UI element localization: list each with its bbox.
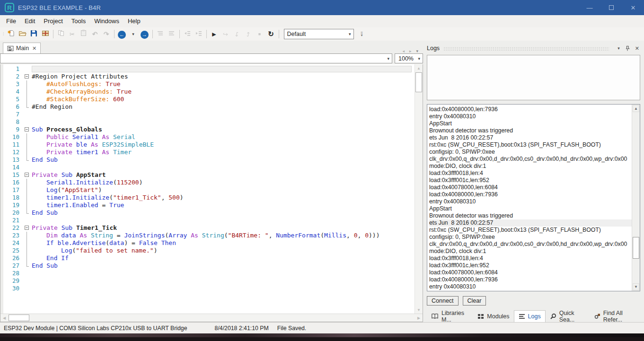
- close-button[interactable]: ✕: [622, 0, 644, 15]
- fold-collapse-icon[interactable]: −: [25, 127, 29, 131]
- uncomment-button[interactable]: [167, 29, 177, 39]
- menu-windows[interactable]: Windows: [90, 16, 124, 26]
- tab-scroll-right-icon[interactable]: ▸: [409, 49, 412, 53]
- indent-increase-button[interactable]: [194, 29, 204, 39]
- log-line[interactable]: clk_drv:0x00,q_drv:0x00,d_drv:0x00,cs0_d…: [429, 241, 632, 248]
- line-number: 11: [0, 141, 24, 149]
- pin-icon[interactable]: [625, 45, 630, 52]
- fold-collapse-icon[interactable]: −: [25, 226, 29, 230]
- log-line[interactable]: load:0x3fff001c,len:952: [429, 262, 632, 269]
- log-line[interactable]: AppStart: [429, 205, 632, 212]
- rebuild-button[interactable]: ↻: [266, 29, 276, 39]
- log-line[interactable]: AppStart: [429, 120, 632, 127]
- log-line[interactable]: load:0x40080000,len:7936: [429, 276, 632, 283]
- scroll-up-icon[interactable]: ▲: [415, 64, 423, 72]
- fold-collapse-icon[interactable]: −: [25, 74, 29, 79]
- stop-button[interactable]: ■: [255, 29, 265, 39]
- menu-project[interactable]: Project: [39, 16, 67, 26]
- log-line[interactable]: ets Jun 8 2016 00:22:57: [429, 219, 632, 227]
- step-out-button[interactable]: ↪: [243, 29, 254, 39]
- maximize-button[interactable]: [600, 0, 622, 15]
- indent-decrease-button[interactable]: [182, 29, 193, 39]
- log-line[interactable]: mode:DIO, clock div:1: [429, 248, 632, 255]
- step-over-button[interactable]: ↪: [221, 29, 231, 39]
- sub-navigation-select[interactable]: ▾: [0, 53, 392, 63]
- comment-button[interactable]: [155, 29, 166, 39]
- scrollbar-thumb[interactable]: [9, 315, 29, 321]
- minimize-button[interactable]: —: [579, 0, 600, 15]
- copy-button[interactable]: [56, 29, 66, 39]
- logs-vertical-scrollbar[interactable]: ▲ ▼: [632, 105, 640, 291]
- logs-list[interactable]: load:0x40080000,len:7936entry 0x40080310…: [427, 105, 632, 291]
- toolbar-overflow-button[interactable]: ≡▾: [358, 32, 366, 36]
- log-line[interactable]: mode:DIO, clock div:1: [429, 163, 632, 170]
- scroll-down-icon[interactable]: ▼: [415, 306, 423, 314]
- step-out-icon: ↪: [245, 32, 252, 37]
- logs-filter-box[interactable]: [427, 55, 640, 100]
- run-button[interactable]: ▶: [209, 29, 220, 39]
- navigate-back-history-dropdown[interactable]: ▾: [128, 29, 139, 39]
- redo-button[interactable]: ↷: [101, 29, 112, 39]
- tab-libraries-manager[interactable]: Libraries M...: [427, 310, 473, 322]
- tab-close-icon[interactable]: ✕: [32, 45, 36, 52]
- log-line[interactable]: load:0x3fff001c,len:952: [429, 177, 632, 184]
- log-line[interactable]: load:0x40080000,len:7936: [429, 191, 632, 198]
- menu-edit[interactable]: Edit: [20, 16, 39, 26]
- log-line[interactable]: clk_drv:0x00,q_drv:0x00,d_drv:0x00,cs0_d…: [429, 156, 632, 163]
- tab-find-all-references[interactable]: Find All Refer...: [590, 310, 640, 322]
- log-line[interactable]: entry 0x40080310: [429, 283, 632, 290]
- editor-horizontal-scrollbar[interactable]: ◀ ▶: [0, 314, 423, 322]
- tab-scroll-left-icon[interactable]: ◂: [402, 49, 405, 53]
- build-configuration-select[interactable]: Default▾: [284, 29, 354, 39]
- open-project-button[interactable]: [18, 29, 28, 39]
- scroll-down-icon[interactable]: ▼: [633, 283, 639, 290]
- comment-lines-icon: [157, 30, 164, 38]
- scrollbar-thumb[interactable]: [415, 72, 422, 92]
- step-into-button[interactable]: ↪: [232, 29, 242, 39]
- menu-file[interactable]: File: [2, 16, 20, 26]
- navigate-forward-button[interactable]: →: [140, 29, 150, 39]
- log-line[interactable]: configsip: 0, SPIWP:0xee: [429, 234, 632, 241]
- log-line[interactable]: entry 0x40080310: [429, 113, 632, 120]
- navigate-back-button[interactable]: ←: [117, 29, 127, 39]
- tab-modules[interactable]: Modules: [473, 310, 513, 322]
- paste-button[interactable]: [79, 29, 89, 39]
- log-line[interactable]: rst:0xc (SW_CPU_RESET),boot:0x13 (SPI_FA…: [429, 227, 632, 234]
- log-line[interactable]: load:0x40080000,len:7936: [429, 106, 632, 113]
- zoom-level-select[interactable]: 100% ▾: [395, 53, 423, 63]
- editor-vertical-scrollbar[interactable]: ▲ ▼: [415, 64, 423, 314]
- scroll-right-icon[interactable]: ▶: [415, 316, 423, 320]
- code-editor[interactable]: 12−#Region Project Attributes3#AutoFlush…: [0, 64, 415, 314]
- save-button[interactable]: [29, 29, 39, 39]
- undo-button[interactable]: ↶: [90, 29, 100, 39]
- log-line[interactable]: load:0x40078000,len:6084: [429, 184, 632, 191]
- code-line: 19timer1.Enabled = True: [0, 201, 415, 209]
- log-line[interactable]: load:0x3fff0018,len:4: [429, 255, 632, 262]
- log-line[interactable]: entry 0x40080310: [429, 198, 632, 205]
- log-line[interactable]: ets Jun 8 2016 00:22:57: [429, 134, 632, 141]
- close-icon[interactable]: ✕: [635, 45, 639, 52]
- scrollbar-thumb[interactable]: [633, 237, 639, 259]
- log-line[interactable]: configsip: 0, SPIWP:0xee: [429, 149, 632, 156]
- export-project-button[interactable]: [40, 29, 51, 39]
- fold-collapse-icon[interactable]: −: [25, 173, 29, 177]
- menu-tools[interactable]: Tools: [67, 16, 90, 26]
- log-line[interactable]: rst:0xc (SW_CPU_RESET),boot:0x13 (SPI_FA…: [429, 141, 632, 149]
- new-file-button[interactable]: ✱: [6, 29, 17, 39]
- clear-button[interactable]: Clear: [463, 296, 486, 306]
- log-line[interactable]: Brownout detector was triggered: [429, 127, 632, 134]
- scroll-up-icon[interactable]: ▲: [633, 105, 639, 112]
- connect-button[interactable]: Connect: [427, 296, 459, 306]
- log-line[interactable]: load:0x3fff0018,len:4: [429, 170, 632, 177]
- tab-logs[interactable]: Logs: [514, 310, 546, 322]
- log-line[interactable]: load:0x40078000,len:6084: [429, 269, 632, 276]
- cut-button[interactable]: ✂: [67, 29, 78, 39]
- window-position-chevron-icon[interactable]: ▾: [618, 46, 620, 51]
- tab-list-dropdown-icon[interactable]: ▾: [416, 49, 418, 53]
- panel-splitter[interactable]: [423, 41, 427, 322]
- scroll-left-icon[interactable]: ◀: [0, 316, 8, 320]
- menu-help[interactable]: Help: [124, 16, 145, 26]
- tab-quick-search[interactable]: Quick Sea...: [546, 310, 590, 322]
- tab-main[interactable]: Main ✕: [3, 43, 41, 53]
- log-line[interactable]: Brownout detector was triggered: [429, 212, 632, 219]
